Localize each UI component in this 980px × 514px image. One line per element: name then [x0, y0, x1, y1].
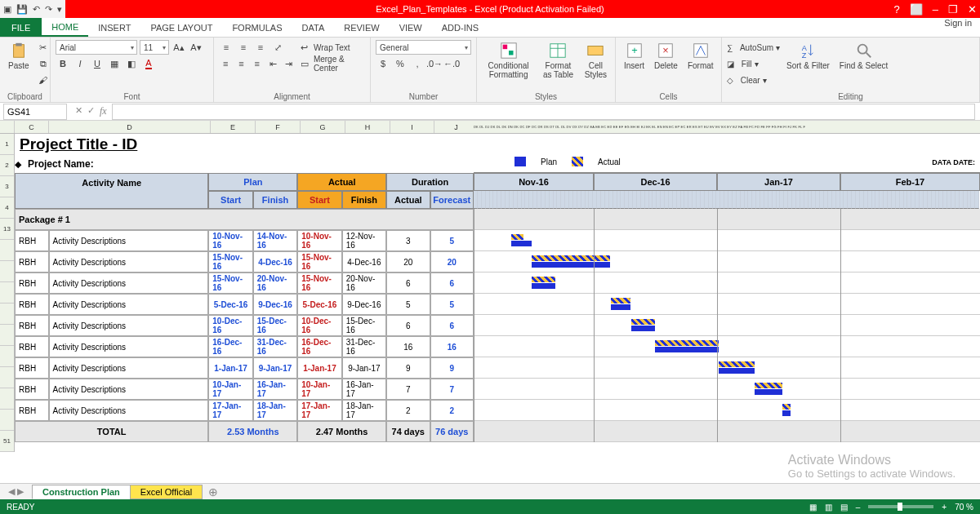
actual-start-cell[interactable]: 15-Nov-16	[297, 273, 341, 294]
actual-finish-cell[interactable]: 9-Jan-17	[342, 357, 386, 379]
desc-cell[interactable]: Activity Descriptions	[49, 251, 209, 273]
find-select-button[interactable]: Find & Select	[836, 40, 891, 72]
plan-finish-cell[interactable]: 18-Jan-17	[253, 400, 297, 421]
align-middle-icon[interactable]: ≡	[236, 40, 251, 55]
plan-finish-cell[interactable]: 15-Dec-16	[253, 315, 297, 336]
tab-data[interactable]: DATA	[292, 18, 335, 37]
desc-cell[interactable]: Activity Descriptions	[49, 273, 209, 294]
underline-button[interactable]: U	[90, 56, 105, 71]
help-icon[interactable]: ?	[894, 3, 900, 16]
plan-start-cell[interactable]: 5-Dec-16	[208, 294, 252, 315]
dur-forecast-cell[interactable]: 2	[430, 400, 474, 421]
view-break-icon[interactable]: ▤	[840, 503, 848, 512]
border-icon[interactable]: ▦	[107, 56, 122, 71]
enter-formula-icon[interactable]: ✓	[87, 105, 95, 117]
maximize-icon[interactable]: ❐	[948, 3, 958, 16]
actual-start-cell[interactable]: 17-Jan-17	[297, 400, 341, 421]
dur-actual-cell[interactable]: 5	[386, 294, 430, 315]
col-c[interactable]: C	[15, 121, 49, 133]
col-g[interactable]: G	[301, 121, 345, 133]
insert-cells-button[interactable]: +Insert	[621, 40, 648, 72]
actual-start-cell[interactable]: 5-Dec-16	[297, 294, 341, 315]
actual-start-cell[interactable]: 16-Dec-16	[297, 336, 341, 357]
dur-forecast-cell[interactable]: 6	[430, 273, 474, 294]
view-layout-icon[interactable]: ▥	[825, 503, 832, 512]
dec-indent-icon[interactable]: ⇤	[266, 56, 279, 71]
dur-actual-cell[interactable]: 2	[386, 400, 430, 421]
dur-forecast-cell[interactable]: 5	[430, 230, 474, 251]
actual-finish-cell[interactable]: 4-Dec-16	[342, 251, 386, 273]
dur-forecast-cell[interactable]: 7	[430, 379, 474, 400]
dur-actual-cell[interactable]: 7	[386, 379, 430, 400]
actual-finish-cell[interactable]: 20-Nov-16	[342, 273, 386, 294]
actual-start-cell[interactable]: 1-Jan-17	[297, 357, 341, 379]
actual-finish-cell[interactable]: 12-Nov-16	[342, 230, 386, 251]
sort-filter-button[interactable]: AZSort & Filter	[783, 40, 833, 72]
close-icon[interactable]: ✕	[968, 3, 977, 16]
tab-review[interactable]: REVIEW	[334, 18, 389, 37]
zoom-slider[interactable]	[868, 505, 933, 508]
bold-button[interactable]: B	[56, 56, 70, 71]
save-icon[interactable]: 💾	[16, 4, 28, 15]
desc-cell[interactable]: Activity Descriptions	[49, 315, 209, 336]
col-j[interactable]: J	[434, 121, 479, 133]
desc-cell[interactable]: Activity Descriptions	[49, 230, 209, 251]
plan-start-cell[interactable]: 10-Nov-16	[208, 230, 252, 251]
sheet-tab-construction-plan[interactable]: Construction Plan	[32, 485, 131, 499]
col-d[interactable]: D	[49, 121, 211, 133]
sign-in-link[interactable]: Sign in	[936, 18, 980, 37]
paste-button[interactable]: Paste	[5, 40, 33, 72]
autosum-label[interactable]: AutoSum	[740, 43, 773, 52]
code-cell[interactable]: RBH	[15, 315, 49, 336]
dur-actual-cell[interactable]: 9	[386, 357, 430, 379]
accounting-icon[interactable]: $	[376, 56, 390, 71]
code-cell[interactable]: RBH	[15, 400, 49, 421]
tab-page-layout[interactable]: PAGE LAYOUT	[140, 18, 222, 37]
actual-start-cell[interactable]: 15-Nov-16	[297, 251, 341, 273]
col-e[interactable]: E	[211, 121, 256, 133]
fill-label[interactable]: Fill	[742, 60, 752, 69]
code-cell[interactable]: RBH	[15, 273, 49, 294]
actual-start-cell[interactable]: 10-Jan-17	[297, 379, 341, 400]
ribbon-options-icon[interactable]: ⬜	[910, 3, 923, 16]
undo-icon[interactable]: ↶	[33, 4, 40, 15]
desc-cell[interactable]: Activity Descriptions	[49, 336, 209, 357]
code-cell[interactable]: RBH	[15, 336, 49, 357]
align-top-icon[interactable]: ≡	[219, 40, 234, 55]
new-sheet-button[interactable]: ⊕	[202, 485, 225, 498]
increase-font-icon[interactable]: A▴	[172, 40, 186, 55]
actual-finish-cell[interactable]: 31-Dec-16	[342, 336, 386, 357]
dur-forecast-cell[interactable]: 9	[430, 357, 474, 379]
dur-actual-cell[interactable]: 20	[386, 251, 430, 273]
cell-styles-button[interactable]: Cell Styles	[581, 40, 610, 81]
autosum-icon[interactable]: ∑	[727, 43, 733, 52]
dur-forecast-cell[interactable]: 16	[430, 336, 474, 357]
delete-cells-button[interactable]: ×Delete	[651, 40, 681, 72]
tab-addins[interactable]: ADD-INS	[432, 18, 488, 37]
orientation-icon[interactable]: ⤢	[270, 40, 285, 55]
minimize-icon[interactable]: –	[933, 3, 938, 16]
font-name-select[interactable]: Arial	[56, 40, 137, 55]
tab-insert[interactable]: INSERT	[88, 18, 140, 37]
formula-input[interactable]	[112, 104, 975, 120]
align-left-icon[interactable]: ≡	[219, 56, 232, 71]
clear-label[interactable]: Clear	[741, 76, 760, 85]
desc-cell[interactable]: Activity Descriptions	[49, 400, 209, 421]
conditional-formatting-button[interactable]: Conditional Formatting	[482, 40, 535, 81]
code-cell[interactable]: RBH	[15, 294, 49, 315]
fill-color-icon[interactable]: ◧	[124, 56, 139, 71]
cancel-formula-icon[interactable]: ✕	[75, 105, 82, 117]
plan-start-cell[interactable]: 10-Dec-16	[208, 315, 252, 336]
percent-icon[interactable]: %	[393, 56, 408, 71]
desc-cell[interactable]: Activity Descriptions	[49, 294, 209, 315]
dur-actual-cell[interactable]: 6	[386, 315, 430, 336]
merge-label[interactable]: Merge & Center	[314, 55, 365, 73]
plan-finish-cell[interactable]: 20-Nov-16	[253, 273, 297, 294]
zoom-in-button[interactable]: +	[942, 503, 947, 512]
wrap-text-icon[interactable]: ↩	[296, 40, 311, 55]
plan-finish-cell[interactable]: 9-Dec-16	[253, 294, 297, 315]
sheet-tab-excel-official[interactable]: Excel Official	[130, 485, 203, 499]
code-cell[interactable]: RBH	[15, 379, 49, 400]
col-h[interactable]: H	[345, 121, 390, 133]
plan-finish-cell[interactable]: 4-Dec-16	[253, 251, 297, 273]
